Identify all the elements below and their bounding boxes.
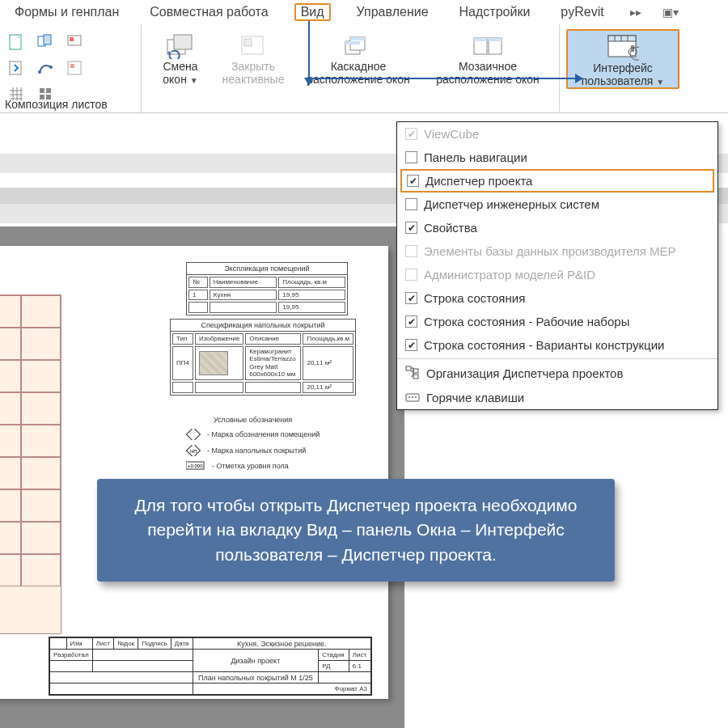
separator — [397, 358, 717, 359]
sheet-icon[interactable] — [6, 32, 26, 52]
switch-windows-button[interactable]: Смена окон ▼ — [148, 29, 213, 86]
svg-rect-4 — [70, 37, 74, 41]
tree-icon — [405, 366, 420, 380]
panel-label: Композиция листов — [0, 98, 141, 111]
svg-point-6 — [38, 70, 41, 74]
svg-text:+0.000: +0.000 — [188, 463, 203, 468]
svg-point-43 — [408, 396, 410, 398]
import-icon[interactable] — [6, 58, 26, 78]
svg-text:НП: НП — [190, 449, 197, 454]
sheets-multi-icon[interactable] — [36, 32, 55, 52]
close-inactive-label1: Закрыть — [231, 60, 275, 73]
ui-icon — [607, 34, 639, 61]
tile-label1: Мозаичное — [459, 60, 517, 73]
svg-rect-2 — [44, 35, 51, 44]
dd-pid-admin: Администратор моделей P&ID — [397, 263, 717, 286]
svg-rect-26 — [345, 41, 360, 44]
svg-point-45 — [415, 396, 417, 398]
menubar: Формы и генплан Совместная работа Вид Уп… — [0, 0, 728, 24]
close-inactive-icon — [237, 32, 269, 60]
dd-statusbar[interactable]: ✔Строка состояния — [397, 286, 717, 310]
cascade-label2: расположение окон — [307, 73, 410, 86]
chevron-down-icon: ▼ — [656, 78, 664, 87]
schedule-rooms: Экспликация помещений №НаименованиеПлоща… — [186, 262, 348, 315]
svg-rect-41 — [413, 375, 418, 379]
dd-properties[interactable]: ✔Свойства — [397, 216, 717, 239]
match-icon[interactable] — [65, 32, 84, 52]
dd-status-worksets[interactable]: ✔Строка состояния - Рабочие наборы — [397, 310, 717, 333]
dd-system-browser[interactable]: Диспетчер инженерных систем — [397, 193, 717, 216]
tab-manage[interactable]: Управление — [352, 3, 434, 21]
cascade-icon — [342, 32, 375, 60]
title-block: ИзмЛист№докПодписьДатаКухня. Эскизное ре… — [49, 637, 372, 696]
svg-rect-39 — [406, 366, 411, 370]
guide-arrow — [308, 78, 575, 79]
svg-rect-21 — [174, 35, 192, 49]
legend: Условные обозначения - Марка обозначения… — [186, 416, 320, 476]
ui-label2: пользователя ▼ — [582, 74, 664, 87]
dd-navpanel[interactable]: Панель навигации — [397, 146, 717, 169]
frame-icon[interactable] — [65, 58, 84, 78]
path-icon[interactable] — [36, 58, 55, 78]
svg-rect-17 — [46, 88, 51, 93]
dd-viewcube: ✔ViewCube — [397, 122, 717, 146]
svg-rect-5 — [10, 61, 21, 74]
tile-label2: расположение окон — [436, 73, 540, 86]
dd-project-browser[interactable]: ✔Диспетчер проекта — [400, 169, 714, 193]
switch-windows-icon — [164, 32, 197, 60]
svg-rect-27 — [350, 37, 365, 40]
dd-status-design[interactable]: ✔Строка состояния - Варианты конструкции — [397, 333, 717, 357]
ribbon-group-ui: Интерфейс пользователя ▼ — [560, 24, 686, 112]
tab-collab[interactable]: Совместная работа — [145, 3, 273, 21]
keyboard-icon — [405, 390, 420, 404]
overflow-icon[interactable]: ▸▸ — [630, 6, 641, 19]
ui-label1: Интерфейс — [593, 61, 653, 74]
material-swatch — [199, 351, 228, 375]
sheet: Экспликация помещений №НаименованиеПлоща… — [0, 246, 388, 699]
dd-browser-org[interactable]: Организация Диспетчера проектов — [397, 361, 717, 385]
cascade-label1: Каскадное — [331, 60, 387, 73]
floor-plan — [0, 294, 61, 634]
svg-rect-37 — [631, 45, 634, 52]
close-inactive-button[interactable]: Закрыть неактивные — [213, 29, 294, 86]
switch-windows-label1: Смена — [163, 60, 197, 73]
switch-windows-label2: окон ▼ — [163, 73, 197, 86]
svg-point-44 — [412, 396, 413, 398]
tab-addins[interactable]: Надстройки — [455, 3, 535, 21]
svg-rect-33 — [608, 36, 636, 41]
tab-view[interactable]: Вид — [294, 3, 331, 21]
dd-shortcuts[interactable]: Горячие клавиши — [397, 385, 717, 409]
tab-pyrevit[interactable]: pyRevit — [556, 3, 608, 21]
help-callout: Для того чтобы открыть Диспетчер проекта… — [97, 479, 615, 582]
viewport[interactable]: Экспликация помещений №НаименованиеПлоща… — [0, 226, 404, 728]
close-inactive-label2: неактивные — [222, 73, 285, 86]
schedule-floor: Спецификация напольных покрытий ТипИзобр… — [170, 319, 356, 396]
svg-rect-30 — [474, 38, 487, 41]
svg-rect-23 — [244, 39, 252, 46]
ribbon-group-sheets: Композиция листов — [0, 24, 142, 112]
tab-forms[interactable]: Формы и генплан — [10, 3, 124, 21]
svg-rect-9 — [70, 64, 74, 68]
ribbon-group-windows: Смена окон ▼ Закрыть неактивные Каскадно… — [142, 24, 560, 112]
svg-point-7 — [49, 66, 53, 69]
dd-mep-db: Элементы базы данных производителя MEP — [397, 239, 717, 263]
guide-arrow — [308, 21, 310, 78]
svg-rect-46 — [187, 429, 201, 440]
svg-rect-16 — [40, 88, 44, 93]
tile-icon — [472, 32, 504, 60]
chevron-down-icon: ▼ — [190, 76, 198, 85]
svg-rect-40 — [413, 369, 418, 373]
ui-button[interactable]: Интерфейс пользователя ▼ — [566, 29, 679, 89]
ribbon: Композиция листов Смена окон ▼ Закрыть н… — [0, 24, 728, 113]
mini-icon-grid — [6, 32, 89, 107]
svg-rect-31 — [489, 38, 502, 41]
ui-dropdown: ✔ViewCube Панель навигации ✔Диспетчер пр… — [396, 121, 718, 410]
panel-dropdown-icon[interactable]: ▣▾ — [662, 6, 679, 19]
